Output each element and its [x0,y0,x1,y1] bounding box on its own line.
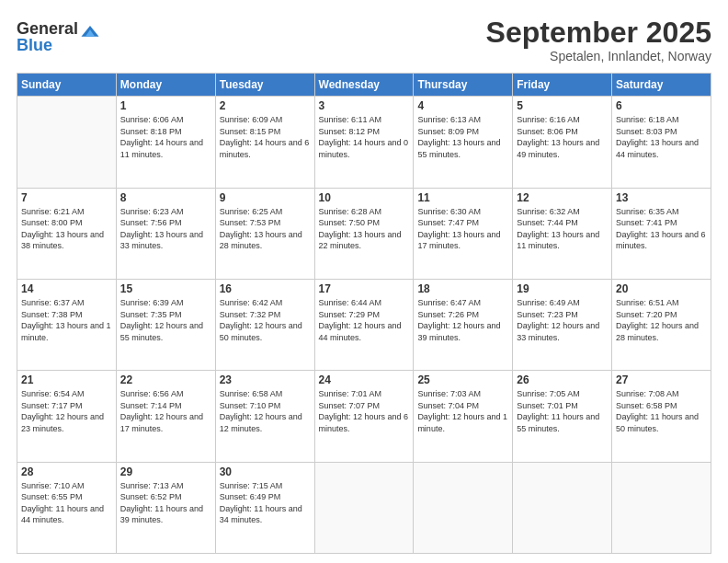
day-info: Sunrise: 6:54 AMSunset: 7:17 PMDaylight:… [21,388,112,434]
calendar-day-cell: 28Sunrise: 7:10 AMSunset: 6:55 PMDayligh… [17,462,117,553]
day-info: Sunrise: 7:15 AMSunset: 6:49 PMDaylight:… [220,480,311,526]
day-info: Sunrise: 7:05 AMSunset: 7:01 PMDaylight:… [517,388,608,434]
logo: General Blue [17,20,100,53]
day-number: 9 [220,191,311,204]
day-info: Sunrise: 6:35 AMSunset: 7:41 PMDaylight:… [616,206,707,252]
day-number: 25 [417,373,508,386]
calendar-day-cell: 13Sunrise: 6:35 AMSunset: 7:41 PMDayligh… [612,188,711,279]
day-number: 21 [21,373,112,386]
day-number: 27 [616,373,707,386]
page: General Blue September 2025 Spetalen, In… [0,0,728,563]
calendar-day-cell: 1Sunrise: 6:06 AMSunset: 8:18 PMDaylight… [116,97,215,188]
day-number: 28 [21,465,112,478]
day-info: Sunrise: 6:23 AMSunset: 7:56 PMDaylight:… [120,206,211,252]
calendar-table: SundayMondayTuesdayWednesdayThursdayFrid… [17,73,711,554]
calendar-day-cell: 22Sunrise: 6:56 AMSunset: 7:14 PMDayligh… [116,371,215,462]
calendar-week-row: 14Sunrise: 6:37 AMSunset: 7:38 PMDayligh… [17,279,711,370]
day-number: 14 [21,282,112,295]
logo-icon [80,23,100,43]
day-info: Sunrise: 6:16 AMSunset: 8:06 PMDaylight:… [517,114,608,160]
day-info: Sunrise: 6:06 AMSunset: 8:18 PMDaylight:… [120,114,211,160]
calendar-day-cell: 7Sunrise: 6:21 AMSunset: 8:00 PMDaylight… [17,188,117,279]
day-info: Sunrise: 6:30 AMSunset: 7:47 PMDaylight:… [417,206,508,252]
day-info: Sunrise: 6:51 AMSunset: 7:20 PMDaylight:… [616,297,707,343]
day-of-week-header: Monday [116,74,215,97]
calendar-day-cell: 30Sunrise: 7:15 AMSunset: 6:49 PMDayligh… [215,462,314,553]
calendar-day-cell: 14Sunrise: 6:37 AMSunset: 7:38 PMDayligh… [17,279,117,370]
day-number: 26 [517,373,608,386]
day-number: 20 [616,282,707,295]
day-info: Sunrise: 6:21 AMSunset: 8:00 PMDaylight:… [21,206,112,252]
calendar-day-cell: 19Sunrise: 6:49 AMSunset: 7:23 PMDayligh… [513,279,612,370]
day-number: 17 [319,282,410,295]
calendar-day-cell: 2Sunrise: 6:09 AMSunset: 8:15 PMDaylight… [215,97,314,188]
day-number: 19 [517,282,608,295]
calendar-day-cell: 23Sunrise: 6:58 AMSunset: 7:10 PMDayligh… [215,371,314,462]
day-info: Sunrise: 6:25 AMSunset: 7:53 PMDaylight:… [220,206,311,252]
day-info: Sunrise: 6:18 AMSunset: 8:03 PMDaylight:… [616,114,707,160]
day-number: 10 [319,191,410,204]
day-info: Sunrise: 6:28 AMSunset: 7:50 PMDaylight:… [319,206,410,252]
calendar-week-row: 28Sunrise: 7:10 AMSunset: 6:55 PMDayligh… [17,462,711,553]
calendar-day-cell: 8Sunrise: 6:23 AMSunset: 7:56 PMDaylight… [116,188,215,279]
calendar-day-cell: 12Sunrise: 6:32 AMSunset: 7:44 PMDayligh… [513,188,612,279]
day-info: Sunrise: 6:42 AMSunset: 7:32 PMDaylight:… [220,297,311,343]
day-number: 1 [120,99,211,112]
day-number: 8 [120,191,211,204]
day-info: Sunrise: 6:13 AMSunset: 8:09 PMDaylight:… [417,114,508,160]
day-number: 7 [21,191,112,204]
day-number: 15 [120,282,211,295]
day-info: Sunrise: 7:01 AMSunset: 7:07 PMDaylight:… [319,388,410,434]
calendar-day-cell: 26Sunrise: 7:05 AMSunset: 7:01 PMDayligh… [513,371,612,462]
calendar-day-cell: 9Sunrise: 6:25 AMSunset: 7:53 PMDaylight… [215,188,314,279]
day-of-week-header: Friday [513,74,612,97]
day-number: 5 [517,99,608,112]
day-number: 13 [616,191,707,204]
calendar-day-cell: 18Sunrise: 6:47 AMSunset: 7:26 PMDayligh… [414,279,513,370]
calendar-day-cell: 5Sunrise: 6:16 AMSunset: 8:06 PMDaylight… [513,97,612,188]
calendar-day-cell: 21Sunrise: 6:54 AMSunset: 7:17 PMDayligh… [17,371,117,462]
day-number: 22 [120,373,211,386]
calendar-day-cell [513,462,612,553]
calendar-day-cell: 11Sunrise: 6:30 AMSunset: 7:47 PMDayligh… [414,188,513,279]
day-info: Sunrise: 6:39 AMSunset: 7:35 PMDaylight:… [120,297,211,343]
calendar-week-row: 7Sunrise: 6:21 AMSunset: 8:00 PMDaylight… [17,188,711,279]
day-of-week-header: Saturday [612,74,711,97]
day-info: Sunrise: 6:09 AMSunset: 8:15 PMDaylight:… [220,114,311,160]
day-number: 18 [417,282,508,295]
calendar-day-cell [17,97,117,188]
day-number: 30 [220,465,311,478]
day-info: Sunrise: 7:03 AMSunset: 7:04 PMDaylight:… [417,388,508,434]
day-number: 11 [417,191,508,204]
calendar-day-cell: 16Sunrise: 6:42 AMSunset: 7:32 PMDayligh… [215,279,314,370]
calendar-day-cell: 29Sunrise: 7:13 AMSunset: 6:52 PMDayligh… [116,462,215,553]
calendar-day-cell: 10Sunrise: 6:28 AMSunset: 7:50 PMDayligh… [314,188,414,279]
calendar-day-cell: 27Sunrise: 7:08 AMSunset: 6:58 PMDayligh… [612,371,711,462]
day-info: Sunrise: 6:47 AMSunset: 7:26 PMDaylight:… [417,297,508,343]
header: General Blue September 2025 Spetalen, In… [17,17,711,63]
logo-general: General [17,20,78,37]
calendar-day-cell: 6Sunrise: 6:18 AMSunset: 8:03 PMDaylight… [612,97,711,188]
day-info: Sunrise: 6:56 AMSunset: 7:14 PMDaylight:… [120,388,211,434]
calendar-week-row: 1Sunrise: 6:06 AMSunset: 8:18 PMDaylight… [17,97,711,188]
day-of-week-header: Wednesday [314,74,414,97]
calendar-day-cell [414,462,513,553]
calendar-day-cell: 4Sunrise: 6:13 AMSunset: 8:09 PMDaylight… [414,97,513,188]
calendar-day-cell [612,462,711,553]
title-block: September 2025 Spetalen, Innlandet, Norw… [486,17,711,63]
day-info: Sunrise: 6:37 AMSunset: 7:38 PMDaylight:… [21,297,112,343]
day-info: Sunrise: 6:49 AMSunset: 7:23 PMDaylight:… [517,297,608,343]
day-of-week-header: Sunday [17,74,117,97]
day-number: 2 [220,99,311,112]
day-number: 4 [417,99,508,112]
calendar-day-cell [314,462,414,553]
day-info: Sunrise: 6:58 AMSunset: 7:10 PMDaylight:… [220,388,311,434]
day-number: 6 [616,99,707,112]
calendar-day-cell: 20Sunrise: 6:51 AMSunset: 7:20 PMDayligh… [612,279,711,370]
day-info: Sunrise: 6:44 AMSunset: 7:29 PMDaylight:… [319,297,410,343]
day-info: Sunrise: 6:32 AMSunset: 7:44 PMDaylight:… [517,206,608,252]
day-number: 23 [220,373,311,386]
day-info: Sunrise: 7:10 AMSunset: 6:55 PMDaylight:… [21,480,112,526]
day-number: 12 [517,191,608,204]
day-of-week-header: Thursday [414,74,513,97]
